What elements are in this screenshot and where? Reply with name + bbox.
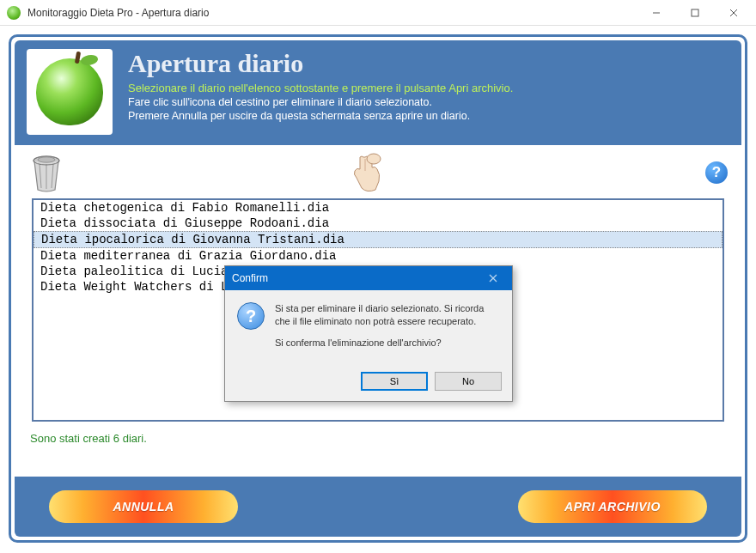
confirm-dialog: Confirm ? Si sta per eliminare il diario… [224, 265, 513, 402]
page-title: Apertura diario [128, 49, 513, 78]
open-archive-button[interactable]: APRI ARCHIVIO [518, 490, 707, 523]
svg-point-9 [38, 157, 55, 162]
toolbar: ? [13, 147, 743, 195]
header-instruction-2: Fare clic sull'icona del cestino per eli… [128, 96, 513, 108]
header-panel: Apertura diario Selezionare il diario ne… [15, 40, 741, 145]
cancel-button[interactable]: ANNULLA [49, 490, 238, 523]
window-titlebar: Monitoraggio Dieta Pro - Apertura diario [0, 0, 756, 26]
pointing-hand-icon [348, 152, 387, 193]
svg-rect-1 [692, 9, 698, 16]
dialog-no-button[interactable]: No [435, 372, 502, 391]
trash-icon[interactable] [28, 152, 64, 193]
svg-point-10 [367, 154, 381, 164]
help-icon[interactable]: ? [705, 161, 728, 184]
window-controls [637, 0, 753, 25]
app-icon [7, 6, 21, 20]
minimize-button[interactable] [637, 0, 675, 25]
app-logo [27, 49, 113, 135]
list-item[interactable]: Dieta mediterranea di Grazia Giordano.di… [34, 248, 722, 264]
dialog-button-row: Sì No [225, 365, 512, 401]
header-text: Apertura diario Selezionare il diario ne… [128, 49, 513, 135]
dialog-line-2: Si conferma l'eliminazione dell'archivio… [275, 337, 500, 349]
dialog-message: Si sta per eliminare il diario seleziona… [275, 302, 500, 358]
dialog-titlebar[interactable]: Confirm [225, 266, 512, 290]
window-title: Monitoraggio Dieta Pro - Apertura diario [27, 7, 637, 19]
status-text: Sono stati creati 6 diari. [13, 427, 743, 450]
dialog-line-1: Si sta per eliminare il diario seleziona… [275, 302, 500, 328]
close-button[interactable] [714, 0, 753, 25]
dialog-yes-button[interactable]: Sì [361, 372, 428, 391]
dialog-title-text: Confirm [232, 272, 268, 284]
dialog-close-button[interactable] [481, 270, 505, 286]
header-instruction-3: Premere Annulla per uscire da questa sch… [128, 110, 513, 122]
list-item[interactable]: Dieta dissociata di Giuseppe Rodoani.dia [34, 216, 722, 231]
dialog-body: ? Si sta per eliminare il diario selezio… [225, 290, 512, 365]
header-instruction-1: Selezionare il diario nell'elenco sottos… [128, 82, 513, 94]
maximize-button[interactable] [675, 0, 714, 25]
question-icon: ? [237, 302, 265, 330]
list-item[interactable]: Dieta chetogenica di Fabio Romanelli.dia [34, 200, 722, 216]
list-item[interactable]: Dieta ipocalorica di Giovanna Tristani.d… [34, 231, 722, 248]
footer-panel: ANNULLA APRI ARCHIVIO [15, 477, 741, 537]
